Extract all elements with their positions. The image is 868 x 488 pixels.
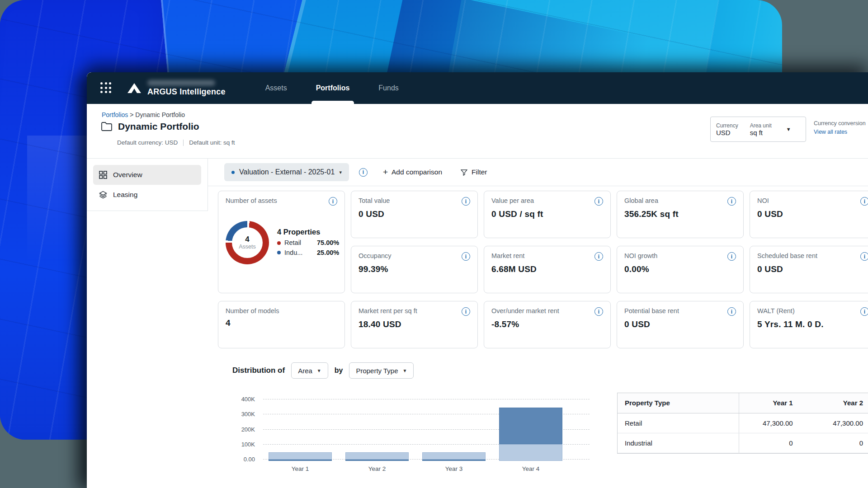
donut-caption: Assets bbox=[239, 244, 256, 250]
view-all-rates-link[interactable]: View all rates bbox=[814, 129, 847, 135]
cell-year-1: 0 bbox=[739, 433, 800, 453]
donut-count: 4 bbox=[245, 235, 249, 244]
kpi-value: -8.57% bbox=[491, 319, 603, 329]
cell-year-2: 0 bbox=[800, 433, 868, 453]
scenario-dropdown[interactable]: Valuation - External - 2025-01 ▾ bbox=[224, 163, 349, 181]
table-header-row: Property Type Year 1 Year 2 bbox=[618, 393, 868, 413]
sidebar-item-overview[interactable]: Overview bbox=[93, 165, 201, 185]
kpi-value: 6.68M USD bbox=[491, 264, 603, 274]
scenario-label: Valuation - External - 2025-01 bbox=[239, 168, 335, 176]
area-unit-label: Area unit bbox=[750, 122, 772, 129]
sidebar: Overview Leasing bbox=[87, 159, 208, 211]
legend-name: Retail bbox=[284, 238, 313, 248]
distribution-by-label: by bbox=[335, 366, 343, 375]
nav-tab-assets[interactable]: Assets bbox=[251, 72, 302, 104]
kpi-label: Potential base rent bbox=[624, 307, 679, 314]
legend-pct: 75.00% bbox=[317, 238, 339, 248]
breadcrumb-portfolios-link[interactable]: Portfolios bbox=[102, 111, 128, 118]
divider bbox=[183, 140, 184, 146]
info-icon[interactable]: i bbox=[329, 197, 337, 206]
info-icon[interactable]: i bbox=[462, 252, 470, 261]
scenario-status-dot bbox=[231, 171, 235, 174]
table-row: Industrial 0 0 bbox=[618, 433, 868, 453]
kpi-label: Number of models bbox=[226, 307, 279, 314]
y-axis-tick: 300K bbox=[241, 411, 255, 418]
breadcrumb-separator: > bbox=[130, 111, 133, 118]
kpi-value: 0 USD / sq ft bbox=[491, 209, 603, 219]
metric-dropdown[interactable]: Area ▼ bbox=[291, 362, 328, 379]
kpi-value: 0.00% bbox=[624, 264, 736, 274]
currency-selector: Currency USD bbox=[716, 122, 738, 136]
product-name: ARGUS Intelligence bbox=[147, 87, 226, 97]
info-icon[interactable]: i bbox=[727, 307, 736, 316]
dashboard-icon bbox=[99, 170, 108, 179]
x-axis-label: Year 1 bbox=[269, 465, 332, 472]
layers-icon bbox=[99, 190, 108, 199]
chevron-down-icon: ▼ bbox=[317, 368, 321, 373]
kpi-value: 0 USD bbox=[624, 319, 736, 329]
chevron-down-icon: ▾ bbox=[339, 169, 342, 175]
title-row: Dynamic Portfolio bbox=[101, 121, 199, 132]
dimension-value: Property Type bbox=[356, 367, 398, 375]
bar-year-3 bbox=[422, 452, 486, 461]
primary-nav: Assets Portfolios Funds bbox=[251, 72, 413, 104]
default-unit-label: Default unit: sq ft bbox=[189, 139, 235, 146]
kpi-card-value-per-area: Value per areai 0 USD / sq ft bbox=[484, 191, 611, 238]
dimension-dropdown[interactable]: Property Type ▼ bbox=[349, 362, 414, 379]
currency-label: Currency bbox=[716, 122, 738, 129]
kpi-card-number-of-assets: Number of assets i 4 Assets 4 Properties… bbox=[218, 191, 345, 293]
info-icon[interactable]: i bbox=[594, 307, 603, 316]
info-icon[interactable]: i bbox=[462, 307, 470, 316]
kpi-label: WALT (Rent) bbox=[757, 307, 795, 314]
kpi-label: Market rent bbox=[491, 252, 524, 259]
area-unit-value: sq ft bbox=[750, 129, 772, 136]
add-comparison-button[interactable]: + Add comparison bbox=[383, 167, 442, 177]
sidebar-item-label: Overview bbox=[113, 171, 142, 179]
y-axis-tick: 200K bbox=[241, 426, 255, 433]
brand-block: ARGUS Intelligence bbox=[147, 80, 226, 97]
sidebar-item-label: Leasing bbox=[113, 191, 137, 199]
nav-tab-portfolios[interactable]: Portfolios bbox=[302, 72, 364, 104]
cell-property-type: Industrial bbox=[618, 433, 739, 453]
kpi-label: Occupancy bbox=[359, 252, 392, 259]
currency-value: USD bbox=[716, 129, 738, 136]
info-icon[interactable]: i bbox=[860, 252, 868, 261]
bar-year-1 bbox=[269, 452, 332, 461]
info-icon[interactable]: i bbox=[462, 197, 470, 206]
kpi-label: Value per area bbox=[491, 197, 534, 204]
currency-conversion-label: Currency conversion bbox=[814, 119, 868, 128]
app-launcher-icon[interactable] bbox=[100, 82, 112, 94]
kpi-label: Over/under market rent bbox=[491, 307, 559, 314]
info-icon[interactable]: i bbox=[727, 252, 736, 261]
info-icon[interactable]: i bbox=[860, 197, 868, 206]
bar-year-2 bbox=[345, 452, 409, 461]
kpi-card-number-of-models: Number of models 4 bbox=[218, 301, 345, 348]
distribution-title: Distribution of bbox=[232, 366, 285, 375]
app-window: ARGUS Intelligence Assets Portfolios Fun… bbox=[87, 72, 868, 488]
info-icon[interactable]: i bbox=[860, 307, 868, 316]
kpi-label: NOI bbox=[757, 197, 769, 204]
kpi-card-market-rent-per-sqft: Market rent per sq fti 18.40 USD bbox=[351, 301, 478, 348]
info-icon[interactable]: i bbox=[359, 168, 368, 177]
legend-name: Indu... bbox=[284, 248, 313, 258]
info-icon[interactable]: i bbox=[594, 252, 603, 261]
kpi-card-noi-growth: NOI growthi 0.00% bbox=[617, 246, 744, 293]
currency-area-unit-selector[interactable]: Currency USD Area unit sq ft ▼ bbox=[710, 117, 806, 142]
default-currency-label: Default currency: USD bbox=[117, 139, 178, 146]
nav-tab-funds[interactable]: Funds bbox=[364, 72, 413, 104]
kpi-label: Global area bbox=[624, 197, 658, 204]
plus-icon: + bbox=[383, 167, 388, 177]
info-icon[interactable]: i bbox=[594, 197, 603, 206]
kpi-card-global-area: Global areai 356.25K sq ft bbox=[617, 191, 744, 238]
filter-button[interactable]: Filter bbox=[460, 168, 487, 176]
kpi-label: NOI growth bbox=[624, 252, 657, 259]
add-comparison-label: Add comparison bbox=[392, 168, 442, 176]
info-icon[interactable]: i bbox=[727, 197, 736, 206]
portfolio-defaults: Default currency: USD Default unit: sq f… bbox=[117, 139, 235, 146]
donut-center: 4 Assets bbox=[226, 221, 269, 264]
legend-summary: 4 Properties bbox=[277, 228, 339, 236]
distribution-bar-chart: 400K 300K 200K 100K 0.00 Year 1 Year 2 Y… bbox=[222, 389, 593, 479]
chart-plot-area: 400K 300K 200K 100K 0.00 Year 1 Year 2 Y… bbox=[263, 389, 590, 459]
sidebar-item-leasing[interactable]: Leasing bbox=[93, 185, 201, 205]
kpi-value: 0 USD bbox=[757, 264, 868, 274]
